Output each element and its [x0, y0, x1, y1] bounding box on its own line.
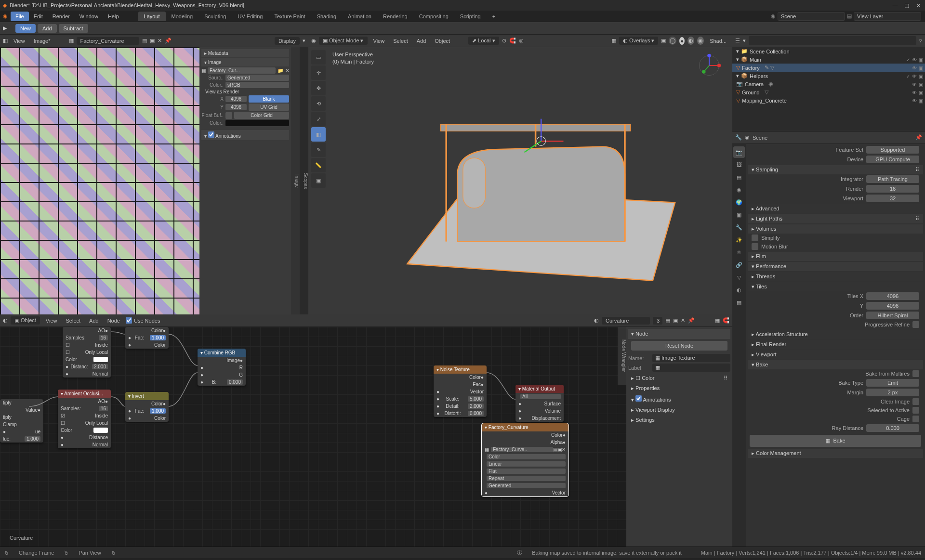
- node-invert-2[interactable]: ▾ Invert Color ● ● Fac:1.000 ● Color: [125, 392, 169, 422]
- node-name-field[interactable]: ▦ Image Texture: [652, 354, 730, 362]
- node-tab-wrangler[interactable]: Node Wrangler: [618, 327, 626, 385]
- node-ambient-occlusion[interactable]: ▾ Ambient Occlusi... AO ● Samples:16 ☑ I…: [58, 390, 111, 448]
- mode-selector[interactable]: ▣ Object Mode ▾: [319, 37, 368, 45]
- outliner-row-mapping[interactable]: ▽Mapping_Concrete👁▣: [732, 96, 925, 104]
- node-ao-1[interactable]: AO ● Samples:16 ☐ Inside ☐ Only Local Co…: [63, 327, 111, 378]
- material-new-icon[interactable]: ▤: [665, 317, 670, 324]
- shading-solid-icon[interactable]: ●: [679, 37, 685, 45]
- shading-lookdev-icon[interactable]: ◐: [687, 37, 694, 45]
- workspace-tab-animation[interactable]: Animation: [342, 12, 377, 21]
- image-browse-icon[interactable]: ▤: [142, 38, 147, 44]
- subtract-button[interactable]: Subtract: [59, 24, 88, 33]
- folder-icon[interactable]: 📁: [278, 68, 283, 73]
- node-menu-add[interactable]: Add: [86, 317, 102, 325]
- panel-tiles[interactable]: ▾ Tiles: [748, 282, 923, 291]
- tab-render[interactable]: 📷: [733, 146, 745, 158]
- bake-multires-checkbox[interactable]: [912, 370, 919, 377]
- tab-world[interactable]: 🌍: [733, 196, 745, 208]
- panel-advanced[interactable]: ▸ Advanced: [748, 204, 923, 213]
- minimize-button[interactable]: —: [891, 2, 899, 9]
- menu-window[interactable]: Window: [75, 12, 103, 21]
- tab-modifiers[interactable]: 🔧: [733, 221, 745, 233]
- pivot-icon[interactable]: ⊙: [502, 38, 506, 44]
- gen-color-swatch[interactable]: [225, 120, 289, 126]
- display-dropdown[interactable]: Display: [275, 37, 300, 45]
- annotations-checkbox[interactable]: [208, 131, 214, 138]
- vp-menu-object[interactable]: Object: [432, 37, 453, 45]
- integrator-dropdown[interactable]: Path Tracing: [866, 175, 919, 183]
- node-menu-select[interactable]: Select: [63, 317, 84, 325]
- image-selector[interactable]: Factory_Curvature: [77, 37, 139, 45]
- image-new-icon[interactable]: ▣: [150, 38, 155, 44]
- node-backdrop-icon[interactable]: ▦: [715, 317, 720, 324]
- panel-viewport[interactable]: ▸ Viewport: [748, 350, 923, 359]
- margin-value[interactable]: 2 px: [866, 389, 919, 396]
- sel-to-active-checkbox[interactable]: [912, 407, 919, 414]
- workspace-tab-uvediting[interactable]: UV Editing: [232, 12, 268, 21]
- gizmo-toggle-icon[interactable]: ▦: [611, 38, 616, 44]
- node-menu-node[interactable]: Node: [105, 317, 123, 325]
- ray-dist-value[interactable]: 0.000: [866, 424, 919, 432]
- outliner-row-camera[interactable]: 📷Camera◉👁▣: [732, 80, 925, 88]
- panel-color-mgmt[interactable]: ▸ Color Management: [748, 449, 923, 458]
- tool-add-cube[interactable]: ▣: [311, 173, 326, 188]
- outliner[interactable]: ▾📁Scene Collection ▾📦Main✓👁▣ ▽Factory✎ ▽…: [732, 47, 925, 131]
- panel-performance[interactable]: ▾ Performance: [748, 262, 923, 271]
- panel-node[interactable]: ▾ Node: [628, 329, 730, 339]
- tab-texture[interactable]: ▦: [733, 297, 745, 308]
- uv-image-canvas[interactable]: [0, 47, 199, 314]
- material-users[interactable]: 3: [653, 317, 662, 325]
- use-nodes-toggle[interactable]: Use Nodes: [126, 317, 160, 324]
- cage-checkbox[interactable]: [912, 416, 919, 422]
- tiles-y-value[interactable]: 4096: [866, 302, 919, 310]
- prog-refine-checkbox[interactable]: [912, 321, 919, 328]
- viewport-canvas[interactable]: [332, 62, 727, 310]
- workspace-tab-sculpting[interactable]: Sculpting: [198, 12, 232, 21]
- panel-sampling[interactable]: ▾ Sampling⠿: [748, 165, 923, 174]
- device-dropdown[interactable]: GPU Compute: [866, 156, 919, 163]
- tab-scene[interactable]: ◉: [733, 184, 745, 195]
- tab-constraints[interactable]: 🔗: [733, 259, 745, 271]
- xray-icon[interactable]: ▣: [661, 38, 666, 44]
- tab-output[interactable]: 🖼: [733, 159, 745, 170]
- panel-final-render[interactable]: ▸ Final Render: [748, 340, 923, 349]
- panel-annotations[interactable]: ▾ Annotations: [201, 130, 289, 140]
- vp-menu-select[interactable]: Select: [390, 37, 411, 45]
- viewlayer-selector[interactable]: View Layer: [854, 12, 921, 21]
- workspace-tab-rendering[interactable]: Rendering: [377, 12, 413, 21]
- gen-y-value[interactable]: 4096: [225, 104, 247, 110]
- workspace-tab-scripting[interactable]: Scripting: [454, 12, 487, 21]
- orientation-selector[interactable]: ⬈ Local ▾: [468, 37, 499, 45]
- menu-render[interactable]: Render: [48, 12, 75, 21]
- vp-menu-add[interactable]: Add: [414, 37, 429, 45]
- tool-annotate[interactable]: ✎: [311, 143, 326, 157]
- gen-x-value[interactable]: 4096: [225, 96, 247, 102]
- uv-menu-image[interactable]: Image*: [31, 37, 53, 45]
- uv-options-icon[interactable]: ▾: [303, 38, 305, 44]
- panel-viewport-display[interactable]: ▸ Viewport Display: [628, 405, 730, 415]
- viewport-samples-value[interactable]: 32: [866, 195, 919, 202]
- reset-node-button[interactable]: Reset Node: [631, 341, 727, 351]
- tool-cursor[interactable]: ✛: [311, 65, 326, 80]
- colorspace-dropdown[interactable]: sRGB: [225, 82, 289, 88]
- pin-icon[interactable]: 📌: [915, 134, 922, 141]
- material-selector[interactable]: Curvature: [602, 317, 650, 325]
- node-snap-icon[interactable]: 🧲: [723, 317, 729, 324]
- maximize-button[interactable]: ▢: [903, 2, 911, 9]
- bake-type-dropdown[interactable]: Emit: [866, 379, 919, 387]
- tiles-x-value[interactable]: 4096: [866, 292, 919, 300]
- shading-dropdown[interactable]: Shad...: [707, 37, 729, 45]
- node-menu-view[interactable]: View: [43, 317, 60, 325]
- material-unlink-icon[interactable]: ✕: [681, 317, 685, 324]
- outliner-row-helpers[interactable]: ▾📦Helpers✓👁▣: [732, 72, 925, 80]
- workspace-tab-layout[interactable]: Layout: [138, 12, 166, 21]
- simplify-checkbox[interactable]: [752, 234, 758, 241]
- close-button[interactable]: ✕: [914, 2, 922, 9]
- source-dropdown[interactable]: Generated: [225, 75, 289, 81]
- node-material-output[interactable]: ▾ Material Output All ● Surface ● Volume…: [515, 385, 564, 422]
- tile-order-dropdown[interactable]: Hilbert Spiral: [866, 312, 919, 319]
- scene-selector[interactable]: Scene: [778, 12, 845, 21]
- uv-menu-view[interactable]: View: [11, 37, 28, 45]
- tab-data[interactable]: ▽: [733, 272, 745, 283]
- panel-bake[interactable]: ▾ Bake: [748, 360, 923, 369]
